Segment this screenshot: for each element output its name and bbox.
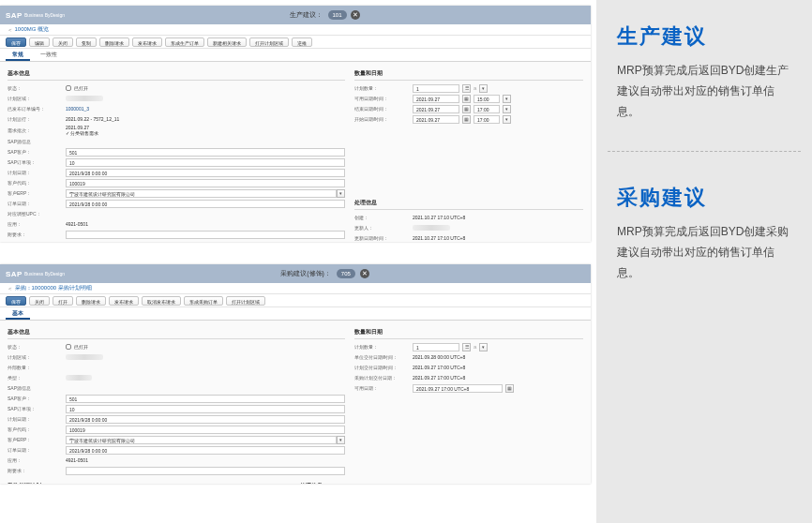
action-button[interactable]: 打开计划区域 — [226, 296, 265, 306]
field-row — [354, 156, 583, 165]
action-button[interactable]: 删除请求 — [99, 37, 129, 47]
action-button[interactable]: 发布请求 — [132, 37, 162, 47]
text-input[interactable]: 2021/9/28 0:00:00 — [66, 415, 345, 424]
text-input[interactable]: 501 — [66, 148, 345, 157]
link[interactable]: 1000001_3 — [66, 106, 345, 112]
chevron-down-icon[interactable]: ▾ — [503, 115, 511, 124]
text-input[interactable]: 宁波市建筑设计研究院有限公司 — [66, 436, 337, 444]
calendar-icon[interactable]: ▦ — [462, 95, 471, 103]
field-row: 订单日期：2021/9/28 0:00:00 — [8, 445, 345, 455]
field-row: 计划日期：2021/9/28 0:00:00 — [8, 168, 345, 177]
field-row — [354, 125, 583, 134]
field-label: 计划区域： — [8, 96, 66, 101]
chevron-down-icon[interactable]: ▾ — [479, 84, 488, 93]
breadcrumb-text[interactable]: 1000MG 概览 — [15, 25, 50, 34]
chevron-down-icon[interactable]: ▾ — [503, 95, 511, 103]
date-input[interactable]: 2021.09.27 — [413, 95, 459, 103]
unit-icon[interactable]: ☰ — [462, 343, 471, 351]
field-label: 附要求： — [8, 232, 66, 237]
calendar-icon[interactable]: ▦ — [462, 115, 471, 124]
field-label: 应用： — [8, 221, 66, 227]
field-row: 处理信息 — [354, 197, 583, 210]
side-block-purchase: 采购建议 MRP预算完成后返回BYD创建采购建议自动带出对应的销售订单信息。 — [596, 161, 812, 303]
action-button[interactable]: 打开 — [53, 296, 73, 306]
action-button[interactable]: 保存 — [6, 37, 26, 47]
field-row: 状态：已打开 — [8, 83, 345, 93]
sap-logo: SAP — [6, 270, 23, 278]
field-label: 可用日期： — [354, 385, 413, 391]
date-input[interactable]: 2021.09.27 17:00 UTC+8 — [413, 384, 503, 393]
field-row — [354, 135, 583, 144]
field-row: SAP订单项：10 — [8, 404, 345, 413]
text-input[interactable]: 100019 — [66, 179, 345, 187]
field-row: 单位交付日期/时间：2021.09.28 00:00 UTC+8 — [354, 352, 583, 362]
field-row: 已发布订单编号：1000001_3 — [8, 104, 345, 113]
text-input[interactable]: 宁波市建筑设计研究院有限公司 — [66, 189, 337, 198]
field-label: 创建： — [354, 215, 413, 220]
breadcrumb[interactable]: < 采购：10000000 采购计划明细 — [0, 283, 591, 294]
chevron-down-icon[interactable]: ▾ — [503, 105, 511, 113]
text-input[interactable] — [66, 467, 345, 475]
field-row: SAP订单项：10 — [8, 157, 345, 167]
action-button[interactable]: 发布请求 — [109, 296, 139, 306]
field-label: 计划数量： — [354, 344, 413, 350]
dropdown-icon[interactable]: ▾ — [337, 189, 345, 198]
back-chevron-icon[interactable]: < — [8, 27, 12, 33]
text-input[interactable]: 10 — [66, 158, 345, 167]
action-button[interactable]: 新建相关请求 — [207, 37, 247, 47]
dropdown-icon[interactable]: ▾ — [337, 436, 345, 444]
tab[interactable]: 常规 — [6, 51, 30, 61]
unit-icon[interactable]: ☰ — [462, 84, 471, 93]
action-button[interactable]: 逆推 — [292, 37, 312, 47]
date-input[interactable]: 2021.09.27 — [413, 105, 459, 113]
action-button[interactable]: 形成生产订单 — [165, 37, 204, 47]
chevron-down-icon[interactable]: ▾ — [479, 343, 488, 351]
qty-input[interactable]: 1 — [413, 84, 459, 93]
tab[interactable]: 基本 — [6, 309, 30, 320]
time-input[interactable]: 17:00 — [474, 105, 500, 113]
field-label: 已发布订单编号： — [8, 106, 66, 112]
text-input[interactable]: 2021/9/28 0:00:00 — [66, 446, 345, 455]
close-icon[interactable]: ✕ — [360, 269, 369, 278]
close-icon[interactable]: ✕ — [351, 10, 360, 20]
tab[interactable]: 一致性 — [34, 51, 64, 61]
action-button[interactable]: 复制 — [76, 37, 97, 47]
calendar-icon[interactable]: ▦ — [462, 105, 471, 113]
field-row: 计划数量：1☰a▾ — [354, 83, 583, 93]
action-button[interactable]: 形成采购订单 — [184, 296, 223, 306]
field-row: 对应调整UPC： — [8, 209, 345, 218]
action-button[interactable]: 删除请求 — [76, 296, 106, 306]
time-input[interactable]: 17:00 — [474, 115, 500, 124]
field-row: 外部数量： — [8, 363, 345, 372]
explanation-panel: 生产建议 MRP预算完成后返回BYD创建生产建议自动带出对应的销售订单信息。 采… — [596, 0, 812, 523]
field-row: 客户ERP：宁波市建筑设计研究院有限公司▾ — [8, 188, 345, 198]
qty-input[interactable]: 1 — [413, 343, 459, 351]
field-row: 计划区域： — [8, 94, 345, 103]
text-input[interactable]: 2021/9/28 0:00:00 — [66, 200, 345, 208]
action-button[interactable]: 关闭 — [53, 37, 73, 47]
breadcrumb[interactable]: < 1000MG 概览 — [0, 24, 591, 36]
text-input[interactable] — [66, 231, 345, 239]
text-input[interactable]: 501 — [66, 395, 345, 403]
field-label: 对应调整UPC： — [8, 211, 66, 217]
field-row: 计划数量：1☰a▾ — [354, 342, 583, 351]
calendar-icon[interactable]: ▦ — [505, 384, 514, 393]
action-button[interactable]: 打开计划区域 — [249, 37, 289, 47]
field-row: 类型： — [8, 373, 345, 382]
action-button[interactable]: 取消发布请求 — [142, 296, 181, 306]
back-chevron-icon[interactable]: < — [8, 286, 12, 291]
action-button[interactable]: 编辑 — [29, 37, 50, 47]
field-label: 计划区域： — [8, 354, 66, 360]
text-input[interactable]: 2021/9/28 0:00:00 — [66, 169, 345, 177]
field-label: 客户代码： — [8, 426, 66, 432]
action-button[interactable]: 保存 — [6, 296, 26, 306]
header-title: 生产建议： — [290, 11, 323, 18]
field-row: 订单日期：2021/9/28 0:00:00 — [8, 199, 345, 208]
time-input[interactable]: 15:00 — [474, 95, 500, 103]
breadcrumb-text[interactable]: 采购：10000000 采购计划明细 — [15, 284, 92, 292]
text-input[interactable]: 10 — [66, 405, 345, 413]
field-label: 订单日期： — [8, 447, 66, 453]
action-button[interactable]: 关闭 — [29, 296, 50, 306]
date-input[interactable]: 2021.09.27 — [413, 115, 459, 124]
text-input[interactable]: 100019 — [66, 426, 345, 434]
